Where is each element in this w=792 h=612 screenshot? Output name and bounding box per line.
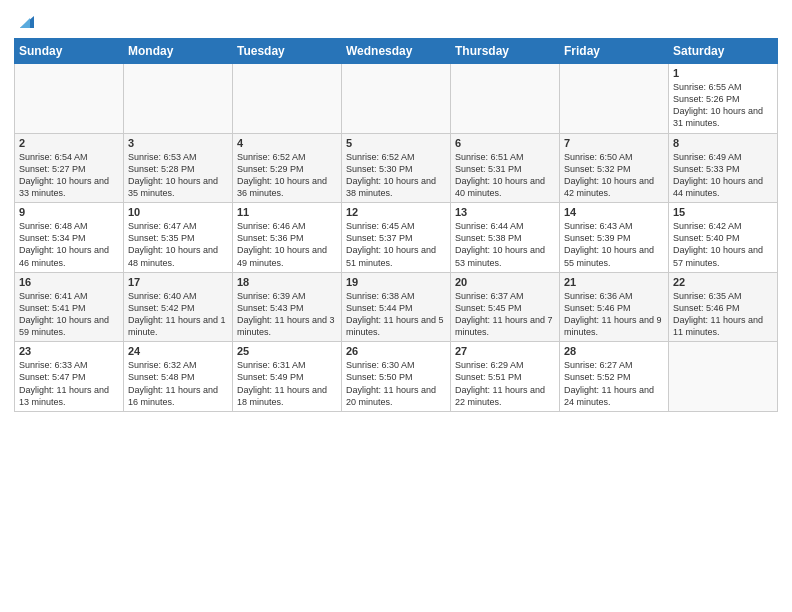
day-cell: 2Sunrise: 6:54 AM Sunset: 5:27 PM Daylig… <box>15 133 124 203</box>
day-cell: 25Sunrise: 6:31 AM Sunset: 5:49 PM Dayli… <box>233 342 342 412</box>
weekday-header-thursday: Thursday <box>451 39 560 64</box>
day-cell <box>342 64 451 134</box>
day-cell: 9Sunrise: 6:48 AM Sunset: 5:34 PM Daylig… <box>15 203 124 273</box>
day-cell: 24Sunrise: 6:32 AM Sunset: 5:48 PM Dayli… <box>124 342 233 412</box>
day-cell: 3Sunrise: 6:53 AM Sunset: 5:28 PM Daylig… <box>124 133 233 203</box>
logo <box>14 10 38 32</box>
day-cell <box>233 64 342 134</box>
day-number: 5 <box>346 137 446 149</box>
day-cell: 8Sunrise: 6:49 AM Sunset: 5:33 PM Daylig… <box>669 133 778 203</box>
day-number: 18 <box>237 276 337 288</box>
day-cell: 21Sunrise: 6:36 AM Sunset: 5:46 PM Dayli… <box>560 272 669 342</box>
day-number: 28 <box>564 345 664 357</box>
weekday-header-friday: Friday <box>560 39 669 64</box>
day-cell: 22Sunrise: 6:35 AM Sunset: 5:46 PM Dayli… <box>669 272 778 342</box>
day-cell: 10Sunrise: 6:47 AM Sunset: 5:35 PM Dayli… <box>124 203 233 273</box>
day-cell <box>451 64 560 134</box>
day-cell: 16Sunrise: 6:41 AM Sunset: 5:41 PM Dayli… <box>15 272 124 342</box>
day-info: Sunrise: 6:50 AM Sunset: 5:32 PM Dayligh… <box>564 151 664 200</box>
day-info: Sunrise: 6:51 AM Sunset: 5:31 PM Dayligh… <box>455 151 555 200</box>
svg-marker-1 <box>20 18 30 28</box>
day-info: Sunrise: 6:49 AM Sunset: 5:33 PM Dayligh… <box>673 151 773 200</box>
day-cell: 7Sunrise: 6:50 AM Sunset: 5:32 PM Daylig… <box>560 133 669 203</box>
day-cell: 19Sunrise: 6:38 AM Sunset: 5:44 PM Dayli… <box>342 272 451 342</box>
day-number: 6 <box>455 137 555 149</box>
day-cell: 12Sunrise: 6:45 AM Sunset: 5:37 PM Dayli… <box>342 203 451 273</box>
day-cell <box>560 64 669 134</box>
logo-icon <box>16 10 38 32</box>
day-number: 25 <box>237 345 337 357</box>
day-info: Sunrise: 6:36 AM Sunset: 5:46 PM Dayligh… <box>564 290 664 339</box>
day-number: 13 <box>455 206 555 218</box>
day-info: Sunrise: 6:52 AM Sunset: 5:30 PM Dayligh… <box>346 151 446 200</box>
day-info: Sunrise: 6:42 AM Sunset: 5:40 PM Dayligh… <box>673 220 773 269</box>
day-cell: 26Sunrise: 6:30 AM Sunset: 5:50 PM Dayli… <box>342 342 451 412</box>
day-number: 9 <box>19 206 119 218</box>
day-number: 20 <box>455 276 555 288</box>
day-info: Sunrise: 6:48 AM Sunset: 5:34 PM Dayligh… <box>19 220 119 269</box>
day-info: Sunrise: 6:33 AM Sunset: 5:47 PM Dayligh… <box>19 359 119 408</box>
day-info: Sunrise: 6:31 AM Sunset: 5:49 PM Dayligh… <box>237 359 337 408</box>
weekday-header-sunday: Sunday <box>15 39 124 64</box>
day-info: Sunrise: 6:40 AM Sunset: 5:42 PM Dayligh… <box>128 290 228 339</box>
day-cell: 4Sunrise: 6:52 AM Sunset: 5:29 PM Daylig… <box>233 133 342 203</box>
page: SundayMondayTuesdayWednesdayThursdayFrid… <box>0 0 792 612</box>
week-row-4: 23Sunrise: 6:33 AM Sunset: 5:47 PM Dayli… <box>15 342 778 412</box>
day-cell <box>15 64 124 134</box>
day-number: 19 <box>346 276 446 288</box>
day-number: 21 <box>564 276 664 288</box>
day-number: 14 <box>564 206 664 218</box>
day-cell: 11Sunrise: 6:46 AM Sunset: 5:36 PM Dayli… <box>233 203 342 273</box>
day-number: 23 <box>19 345 119 357</box>
day-number: 8 <box>673 137 773 149</box>
day-info: Sunrise: 6:53 AM Sunset: 5:28 PM Dayligh… <box>128 151 228 200</box>
day-cell: 23Sunrise: 6:33 AM Sunset: 5:47 PM Dayli… <box>15 342 124 412</box>
day-cell: 6Sunrise: 6:51 AM Sunset: 5:31 PM Daylig… <box>451 133 560 203</box>
day-number: 7 <box>564 137 664 149</box>
day-info: Sunrise: 6:38 AM Sunset: 5:44 PM Dayligh… <box>346 290 446 339</box>
week-row-1: 2Sunrise: 6:54 AM Sunset: 5:27 PM Daylig… <box>15 133 778 203</box>
day-cell: 14Sunrise: 6:43 AM Sunset: 5:39 PM Dayli… <box>560 203 669 273</box>
day-number: 12 <box>346 206 446 218</box>
day-number: 26 <box>346 345 446 357</box>
day-cell: 15Sunrise: 6:42 AM Sunset: 5:40 PM Dayli… <box>669 203 778 273</box>
day-number: 4 <box>237 137 337 149</box>
day-info: Sunrise: 6:41 AM Sunset: 5:41 PM Dayligh… <box>19 290 119 339</box>
day-cell: 13Sunrise: 6:44 AM Sunset: 5:38 PM Dayli… <box>451 203 560 273</box>
day-info: Sunrise: 6:54 AM Sunset: 5:27 PM Dayligh… <box>19 151 119 200</box>
header <box>14 10 778 32</box>
day-cell: 17Sunrise: 6:40 AM Sunset: 5:42 PM Dayli… <box>124 272 233 342</box>
day-cell: 28Sunrise: 6:27 AM Sunset: 5:52 PM Dayli… <box>560 342 669 412</box>
day-cell: 18Sunrise: 6:39 AM Sunset: 5:43 PM Dayli… <box>233 272 342 342</box>
day-number: 17 <box>128 276 228 288</box>
day-cell <box>669 342 778 412</box>
day-info: Sunrise: 6:43 AM Sunset: 5:39 PM Dayligh… <box>564 220 664 269</box>
day-number: 1 <box>673 67 773 79</box>
day-info: Sunrise: 6:44 AM Sunset: 5:38 PM Dayligh… <box>455 220 555 269</box>
weekday-header-row: SundayMondayTuesdayWednesdayThursdayFrid… <box>15 39 778 64</box>
day-number: 22 <box>673 276 773 288</box>
weekday-header-saturday: Saturday <box>669 39 778 64</box>
day-cell: 20Sunrise: 6:37 AM Sunset: 5:45 PM Dayli… <box>451 272 560 342</box>
day-info: Sunrise: 6:35 AM Sunset: 5:46 PM Dayligh… <box>673 290 773 339</box>
day-info: Sunrise: 6:29 AM Sunset: 5:51 PM Dayligh… <box>455 359 555 408</box>
day-info: Sunrise: 6:45 AM Sunset: 5:37 PM Dayligh… <box>346 220 446 269</box>
day-number: 27 <box>455 345 555 357</box>
day-number: 16 <box>19 276 119 288</box>
day-info: Sunrise: 6:27 AM Sunset: 5:52 PM Dayligh… <box>564 359 664 408</box>
weekday-header-wednesday: Wednesday <box>342 39 451 64</box>
day-info: Sunrise: 6:30 AM Sunset: 5:50 PM Dayligh… <box>346 359 446 408</box>
day-info: Sunrise: 6:32 AM Sunset: 5:48 PM Dayligh… <box>128 359 228 408</box>
day-cell <box>124 64 233 134</box>
week-row-3: 16Sunrise: 6:41 AM Sunset: 5:41 PM Dayli… <box>15 272 778 342</box>
day-info: Sunrise: 6:46 AM Sunset: 5:36 PM Dayligh… <box>237 220 337 269</box>
day-number: 11 <box>237 206 337 218</box>
week-row-0: 1Sunrise: 6:55 AM Sunset: 5:26 PM Daylig… <box>15 64 778 134</box>
day-number: 10 <box>128 206 228 218</box>
day-number: 15 <box>673 206 773 218</box>
day-info: Sunrise: 6:37 AM Sunset: 5:45 PM Dayligh… <box>455 290 555 339</box>
day-cell: 27Sunrise: 6:29 AM Sunset: 5:51 PM Dayli… <box>451 342 560 412</box>
day-number: 24 <box>128 345 228 357</box>
weekday-header-monday: Monday <box>124 39 233 64</box>
weekday-header-tuesday: Tuesday <box>233 39 342 64</box>
